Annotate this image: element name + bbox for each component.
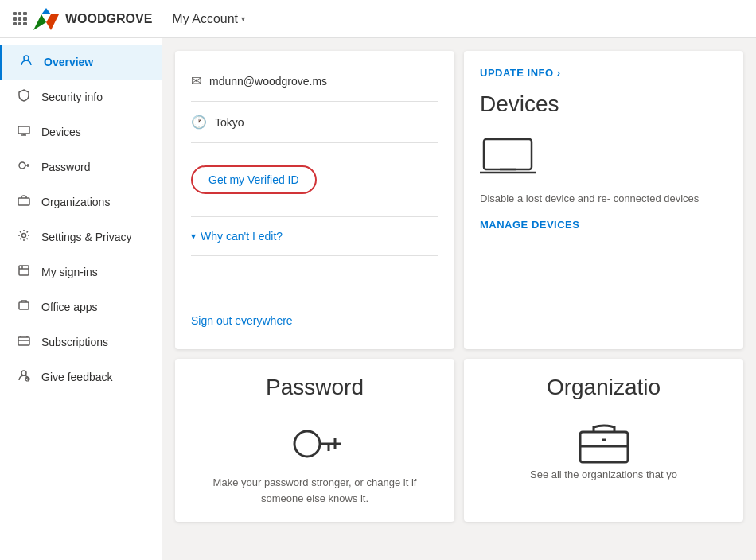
header: WOODGROVE My Account ▾	[0, 0, 756, 38]
svg-marker-2	[46, 14, 59, 30]
email-value: mdunn@woodgrove.ms	[209, 75, 327, 88]
svg-rect-24	[484, 139, 532, 169]
app-logo[interactable]: WOODGROVE	[13, 8, 152, 30]
divider-1	[191, 101, 438, 102]
sidebar: Overview Security info Devices Password …	[0, 38, 162, 560]
sidebar-item-devices[interactable]: Devices	[0, 115, 162, 150]
svg-marker-3	[41, 8, 51, 14]
sidebar-label-overview: Overview	[44, 56, 93, 68]
sign-out-everywhere-link[interactable]: Sign out everywhere	[191, 308, 438, 333]
sidebar-item-overview[interactable]: Overview	[0, 45, 162, 80]
svg-rect-11	[18, 198, 29, 205]
chevron-down-icon: ▾	[241, 14, 245, 23]
sidebar-item-give-feedback[interactable]: Give feedback	[0, 360, 162, 395]
email-row: ✉ mdunn@woodgrove.ms	[191, 67, 438, 95]
feedback-icon	[16, 369, 32, 385]
sidebar-label-sign-ins: My sign-ins	[41, 266, 98, 278]
svg-point-8	[19, 162, 25, 169]
svg-rect-17	[18, 337, 29, 345]
devices-card: UPDATE INFO › Devices Disable a lost dev…	[464, 51, 743, 349]
organizations-card: Organizatio See all the organizations th…	[464, 359, 743, 522]
password-icon	[16, 159, 32, 175]
divider-5	[191, 301, 438, 301]
get-verified-id-button[interactable]: Get my Verified ID	[191, 165, 317, 194]
sidebar-label-devices: Devices	[41, 126, 81, 138]
manage-devices-link[interactable]: MANAGE DEVICES	[480, 219, 579, 231]
password-card: Password Make your password stronger, or…	[175, 359, 454, 522]
organizations-icon	[16, 194, 32, 210]
org-title: Organizatio	[547, 375, 661, 400]
sidebar-item-security-info[interactable]: Security info	[0, 80, 162, 115]
svg-point-21	[21, 371, 26, 375]
sidebar-label-feedback: Give feedback	[41, 371, 113, 383]
app-name[interactable]: My Account ▾	[172, 12, 245, 26]
briefcase-icon	[576, 416, 632, 467]
password-title: Password	[266, 375, 364, 400]
sidebar-label-security-info: Security info	[41, 91, 103, 103]
divider-3	[191, 216, 438, 217]
svg-rect-5	[18, 126, 29, 134]
svg-point-4	[24, 56, 29, 60]
clock-icon: 🕐	[191, 115, 207, 130]
main-content: ✉ mdunn@woodgrove.ms 🕐 Tokyo Get my Veri…	[162, 38, 756, 560]
key-icon	[287, 416, 343, 475]
subscriptions-icon	[16, 334, 32, 350]
settings-icon	[16, 229, 32, 245]
password-description: Make your password stronger, or change i…	[191, 475, 438, 506]
why-edit-label: Why can't I edit?	[201, 230, 283, 243]
sidebar-label-password: Password	[41, 161, 90, 173]
app-grid-icon[interactable]	[13, 12, 27, 26]
svg-point-12	[22, 234, 26, 238]
chevron-down-small-icon: ▾	[191, 231, 196, 242]
update-info-chevron: ›	[557, 67, 561, 79]
overview-icon	[18, 54, 34, 70]
sidebar-item-my-sign-ins[interactable]: My sign-ins	[0, 255, 162, 290]
sidebar-item-subscriptions[interactable]: Subscriptions	[0, 325, 162, 360]
sidebar-label-office-apps: Office apps	[41, 301, 98, 313]
sidebar-label-organizations: Organizations	[41, 196, 110, 208]
update-info-button[interactable]: UPDATE INFO ›	[480, 67, 561, 79]
header-divider	[162, 10, 162, 29]
account-info-card: ✉ mdunn@woodgrove.ms 🕐 Tokyo Get my Veri…	[175, 51, 454, 349]
svg-marker-0	[33, 14, 46, 30]
divider-4	[191, 255, 438, 256]
devices-title: Devices	[480, 91, 559, 117]
sidebar-item-office-apps[interactable]: Office apps	[0, 290, 162, 325]
update-info-label: UPDATE INFO	[480, 67, 554, 79]
office-apps-icon	[16, 299, 32, 315]
location-value: Tokyo	[215, 116, 244, 129]
sidebar-item-organizations[interactable]: Organizations	[0, 185, 162, 220]
security-info-icon	[16, 89, 32, 105]
svg-rect-16	[19, 302, 29, 309]
svg-point-27	[294, 431, 320, 457]
svg-rect-13	[19, 266, 29, 275]
main-layout: Overview Security info Devices Password …	[0, 38, 756, 560]
woodgrove-logo-icon	[33, 8, 59, 30]
sidebar-label-subscriptions: Subscriptions	[41, 336, 108, 348]
brand-name: WOODGROVE	[65, 12, 152, 26]
why-cant-edit-toggle[interactable]: ▾ Why can't I edit?	[191, 224, 438, 249]
sidebar-item-password[interactable]: Password	[0, 150, 162, 185]
devices-description: Disable a lost device and re- connected …	[480, 192, 699, 206]
sign-ins-icon	[16, 264, 32, 280]
location-row: 🕐 Tokyo	[191, 108, 438, 136]
email-icon: ✉	[191, 73, 201, 88]
sidebar-item-settings-privacy[interactable]: Settings & Privacy	[0, 220, 162, 255]
org-description: See all the organizations that yo	[530, 467, 677, 483]
laptop-icon	[480, 136, 536, 179]
devices-icon	[16, 124, 32, 140]
divider-2	[191, 142, 438, 143]
sidebar-label-settings: Settings & Privacy	[41, 231, 132, 243]
